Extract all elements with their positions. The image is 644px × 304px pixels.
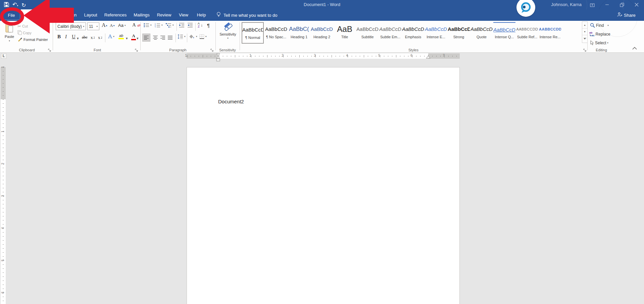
font-color-button[interactable]: A	[131, 33, 136, 40]
font-name-dropdown-icon: ▾	[83, 25, 84, 28]
clipboard-group-label: Clipboard	[10, 48, 44, 52]
font-name-combo[interactable]: Calibri (Body) ▾	[56, 22, 86, 30]
tab-design[interactable]: Design	[60, 9, 79, 21]
sort-button[interactable]: AZ ↓	[198, 22, 203, 28]
sensitivity-button[interactable]: Sensitivity ▾	[217, 21, 238, 46]
subscript-button[interactable]: x2	[91, 35, 95, 40]
gallery-scroll-up-icon[interactable]: ▴	[582, 22, 587, 29]
document-page[interactable]: Document2	[187, 67, 460, 304]
align-center-button[interactable]	[151, 34, 159, 42]
svg-text:3: 3	[155, 26, 156, 28]
replace-button[interactable]: ab↳ac Replace	[589, 32, 610, 37]
style-strong[interactable]: AaBbCcDcStrong	[448, 22, 470, 44]
share-button[interactable]: Share	[617, 10, 636, 20]
style-quote[interactable]: AaBbCcDcQuote	[470, 22, 493, 44]
style-normal[interactable]: AaBbCcDc¶ Normal	[242, 22, 264, 44]
tab-stop-selector[interactable]: L	[1, 53, 6, 59]
tab-file[interactable]: File	[3, 10, 20, 20]
gallery-more-icon[interactable]: ▾	[582, 35, 587, 42]
bullets-button[interactable]: ▾	[144, 23, 152, 28]
highlight-button[interactable]: ab	[118, 34, 124, 39]
indent-markers[interactable]	[216, 53, 220, 62]
window-title: Document1 - Word	[0, 0, 644, 9]
clear-formatting-button[interactable]: A	[132, 22, 141, 28]
v-ruler-number: 6	[1, 290, 6, 295]
find-button[interactable]: Find ▾	[590, 23, 609, 28]
align-left-button[interactable]	[142, 34, 150, 42]
cut-button[interactable]: ✂ Cut	[17, 23, 28, 29]
clipboard-dialog-launcher-icon[interactable]	[48, 47, 52, 51]
style-intense-emphasis[interactable]: AaBbCcDcIntense E...	[425, 22, 447, 44]
paste-button[interactable]: Paste ▾	[3, 22, 16, 46]
justify-button[interactable]	[166, 34, 174, 42]
tab-references[interactable]: References	[103, 9, 128, 21]
ruler-mid-ticks	[187, 55, 460, 57]
borders-icon	[199, 34, 204, 39]
numbering-button[interactable]: 123 ▾	[155, 23, 163, 28]
style-subtitle[interactable]: AaBbCcDSubtitle	[356, 22, 379, 44]
tab-insert[interactable]: Insert	[40, 9, 59, 21]
decrease-indent-icon	[179, 23, 185, 28]
right-indent-marker[interactable]	[426, 55, 431, 59]
share-person-icon	[617, 12, 622, 18]
horizontal-ruler[interactable]: 1 1 2 3 4 5 6 7	[187, 53, 460, 59]
style-intense-quote[interactable]: AaBbCcDcIntense Q...	[493, 22, 515, 44]
decrease-indent-button[interactable]	[179, 23, 185, 28]
highlight-color-bar	[118, 38, 124, 39]
line-spacing-icon	[178, 34, 183, 39]
font-dialog-launcher-icon[interactable]	[135, 47, 139, 51]
h-ruler-number: 6	[409, 54, 414, 57]
paint-bucket-icon	[189, 34, 195, 39]
tab-view[interactable]: View	[176, 9, 192, 21]
font-color-dropdown-icon[interactable]: ▾	[137, 36, 139, 41]
style-intense-reference[interactable]: AABBCCDDIntense Re...	[539, 22, 561, 44]
align-right-button[interactable]	[159, 34, 167, 42]
show-hide-pilcrow-button[interactable]: ¶	[207, 22, 210, 28]
style-subtle-reference[interactable]: AABBCCDDSubtle Ref...	[516, 22, 538, 44]
italic-button[interactable]: I	[65, 34, 67, 40]
text-effects-button[interactable]: A ▾	[108, 33, 114, 40]
change-case-button[interactable]: Aa ▾	[118, 23, 126, 28]
share-label: Share	[624, 13, 636, 18]
style-title[interactable]: AaBTitle	[334, 22, 356, 44]
style-emphasis[interactable]: AaBbCcDcEmphasis	[402, 22, 424, 44]
h-ruler-number: 2	[280, 54, 285, 57]
format-painter-button[interactable]: Format Painter	[17, 37, 48, 42]
font-size-combo[interactable]: 11 ▾	[87, 22, 99, 30]
tab-help[interactable]: Help	[194, 9, 209, 21]
tab-review[interactable]: Review	[154, 9, 174, 21]
collapse-ribbon-icon[interactable]	[632, 45, 637, 51]
superscript-button[interactable]: x2	[98, 35, 102, 40]
shading-button[interactable]: ▾	[189, 34, 197, 39]
tell-me-box[interactable]: Tell me what you want to do	[216, 9, 277, 21]
underline-dropdown-icon[interactable]: ▾	[77, 36, 79, 41]
bold-button[interactable]: B	[57, 34, 61, 40]
multilevel-list-button[interactable]: ▾	[166, 23, 174, 28]
line-spacing-button[interactable]: ▾	[178, 34, 186, 39]
copy-button[interactable]: Copy	[17, 30, 32, 36]
document-text[interactable]: Document2	[218, 99, 244, 104]
replace-label: Replace	[596, 32, 610, 37]
style-no-spacing[interactable]: AaBbCcDc¶ No Spac...	[265, 22, 287, 44]
grow-font-button[interactable]: A▴	[102, 22, 107, 28]
highlight-dropdown-icon[interactable]: ▾	[126, 36, 128, 41]
h-ruler-number: 3	[312, 54, 317, 57]
tab-mailings[interactable]: Mailings	[130, 9, 154, 21]
shrink-font-button[interactable]: A▾	[110, 23, 114, 28]
gallery-scroll-down-icon[interactable]: ▾	[582, 29, 587, 35]
small-divider	[195, 23, 196, 31]
tab-layout[interactable]: Layout	[81, 9, 100, 21]
style-heading-1[interactable]: AaBbC(Heading 1	[288, 22, 310, 44]
borders-button[interactable]: ▾	[199, 34, 207, 39]
vertical-ruler[interactable]: 1 1 2 3 4 5 6	[1, 67, 6, 304]
select-button[interactable]: Select ▾	[590, 40, 608, 45]
style-heading-2[interactable]: AaBbCcDHeading 2	[311, 22, 333, 44]
increase-indent-button[interactable]	[187, 23, 193, 28]
word-window: ↶▾ ↻ Document1 - Word Johnson, Karna Fil…	[0, 0, 644, 304]
h-ruler-number: 1	[184, 54, 188, 57]
style-subtle-emphasis[interactable]: AaBbCcDcSubtle Em...	[379, 22, 401, 44]
v-ruler-number: 1	[1, 65, 6, 70]
underline-button[interactable]: U	[72, 34, 76, 40]
strikethrough-button[interactable]: abc	[82, 35, 88, 40]
bold-letter: B	[57, 34, 61, 40]
